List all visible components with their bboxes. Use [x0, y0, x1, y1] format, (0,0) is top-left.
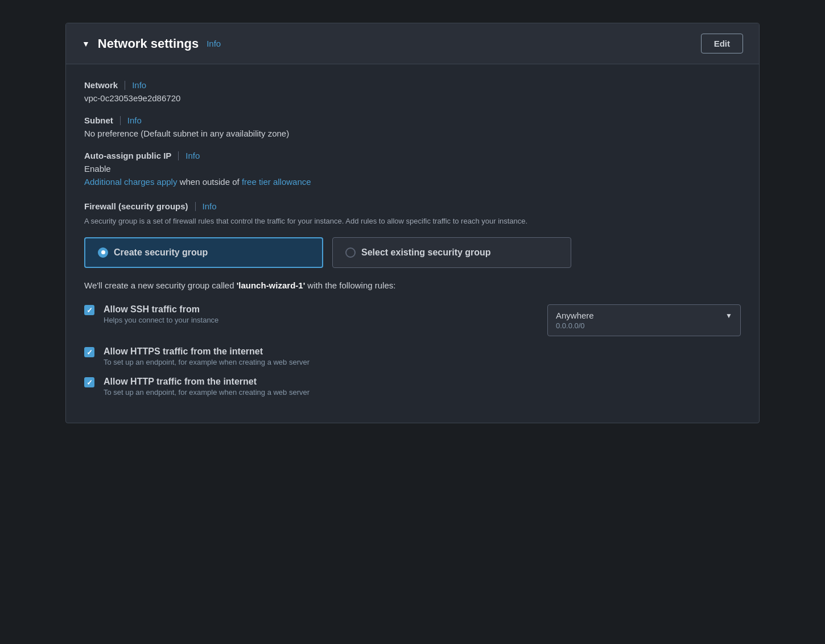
charges-middle-text: when outside of [180, 177, 242, 187]
ssh-rule-sublabel: Helps you connect to your instance [104, 316, 538, 324]
charges-text-row: Additional charges apply when outside of… [84, 177, 741, 187]
create-security-group-option[interactable]: Create security group [84, 237, 323, 268]
ssh-rule-label: Allow SSH traffic from [104, 304, 538, 315]
create-sg-label: Create security group [114, 247, 208, 258]
auto-assign-field: Auto-assign public IP Info Enable Additi… [84, 151, 741, 187]
ssh-checkbox-container: ✓ [84, 305, 94, 315]
dropdown-label: Anywhere [556, 311, 594, 320]
new-sg-description: We'll create a new security group called… [84, 279, 741, 292]
https-rule-text: Allow HTTPS traffic from the internet To… [104, 346, 741, 366]
rule-https: ✓ Allow HTTPS traffic from the internet … [84, 346, 741, 366]
https-rule-sublabel: To set up an endpoint, for example when … [104, 358, 741, 366]
divider [125, 81, 125, 90]
panel-header: ▼ Network settings Info Edit [66, 23, 759, 64]
firewall-description: A security group is a set of firewall ru… [84, 216, 741, 227]
additional-charges-link[interactable]: Additional charges apply [84, 177, 177, 187]
network-label: Network [84, 80, 118, 90]
panel-info-link[interactable]: Info [207, 39, 221, 48]
http-checkbox[interactable]: ✓ [84, 377, 94, 387]
http-rule-text: Allow HTTP traffic from the internet To … [104, 377, 741, 397]
create-sg-radio [98, 247, 108, 258]
ssh-rule-text: Allow SSH traffic from Helps you connect… [104, 304, 538, 324]
network-label-row: Network Info [84, 80, 741, 90]
rule-http: ✓ Allow HTTP traffic from the internet T… [84, 377, 741, 397]
rule-http-top: ✓ Allow HTTP traffic from the internet T… [84, 377, 741, 397]
divider [195, 202, 196, 211]
http-rule-label: Allow HTTP traffic from the internet [104, 377, 741, 387]
ssh-source-dropdown[interactable]: Anywhere ▼ 0.0.0.0/0 [547, 304, 741, 336]
collapse-icon: ▼ [82, 39, 90, 48]
https-checkbox[interactable]: ✓ [84, 347, 94, 357]
radio-dot [101, 250, 105, 254]
subnet-info-link[interactable]: Info [127, 115, 142, 125]
dropdown-value: 0.0.0.0/0 [556, 321, 732, 330]
panel-body: Network Info vpc-0c23053e9e2d86720 Subne… [66, 64, 759, 423]
dropdown-top: Anywhere ▼ [556, 311, 732, 320]
new-sg-suffix: with the following rules: [305, 280, 395, 290]
new-sg-name: 'launch-wizard-1' [237, 280, 305, 290]
panel-title: Network settings [98, 36, 199, 51]
firewall-section: Firewall (security groups) Info A securi… [84, 201, 741, 397]
http-rule-sublabel: To set up an endpoint, for example when … [104, 388, 741, 397]
subnet-label-row: Subnet Info [84, 115, 741, 125]
dropdown-arrow-icon: ▼ [725, 312, 732, 320]
network-info-link[interactable]: Info [132, 80, 146, 90]
select-existing-sg-radio [345, 247, 356, 258]
ssh-checkbox[interactable]: ✓ [84, 305, 94, 315]
panel-header-left: ▼ Network settings Info [82, 36, 221, 51]
subnet-label: Subnet [84, 115, 113, 125]
firewall-label: Firewall (security groups) [84, 201, 188, 211]
network-field: Network Info vpc-0c23053e9e2d86720 [84, 80, 741, 103]
auto-assign-label-row: Auto-assign public IP Info [84, 151, 741, 160]
firewall-header: Firewall (security groups) Info [84, 201, 741, 211]
divider [178, 151, 179, 160]
auto-assign-info-link[interactable]: Info [185, 151, 200, 160]
auto-assign-label: Auto-assign public IP [84, 151, 171, 160]
new-sg-prefix: We'll create a new security group called [84, 280, 237, 290]
auto-assign-value: Enable [84, 164, 741, 174]
edit-button[interactable]: Edit [701, 34, 743, 53]
divider [120, 116, 121, 125]
rule-https-top: ✓ Allow HTTPS traffic from the internet … [84, 346, 741, 366]
free-tier-link[interactable]: free tier allowance [242, 177, 311, 187]
check-mark: ✓ [86, 307, 93, 314]
subnet-field: Subnet Info No preference (Default subne… [84, 115, 741, 138]
security-group-options: Create security group Select existing se… [84, 237, 741, 268]
select-existing-sg-label: Select existing security group [361, 247, 491, 258]
https-checkbox-container: ✓ [84, 347, 94, 357]
check-mark: ✓ [86, 349, 93, 356]
check-mark: ✓ [86, 379, 93, 386]
http-checkbox-container: ✓ [84, 377, 94, 387]
rule-ssh: ✓ Allow SSH traffic from Helps you conne… [84, 304, 741, 336]
select-existing-security-group-option[interactable]: Select existing security group [332, 237, 571, 268]
network-value: vpc-0c23053e9e2d86720 [84, 93, 741, 103]
rule-ssh-top: ✓ Allow SSH traffic from Helps you conne… [84, 304, 741, 336]
network-settings-panel: ▼ Network settings Info Edit Network Inf… [65, 23, 760, 423]
firewall-info-link[interactable]: Info [203, 201, 217, 211]
https-rule-label: Allow HTTPS traffic from the internet [104, 346, 741, 357]
subnet-value: No preference (Default subnet in any ava… [84, 129, 741, 138]
